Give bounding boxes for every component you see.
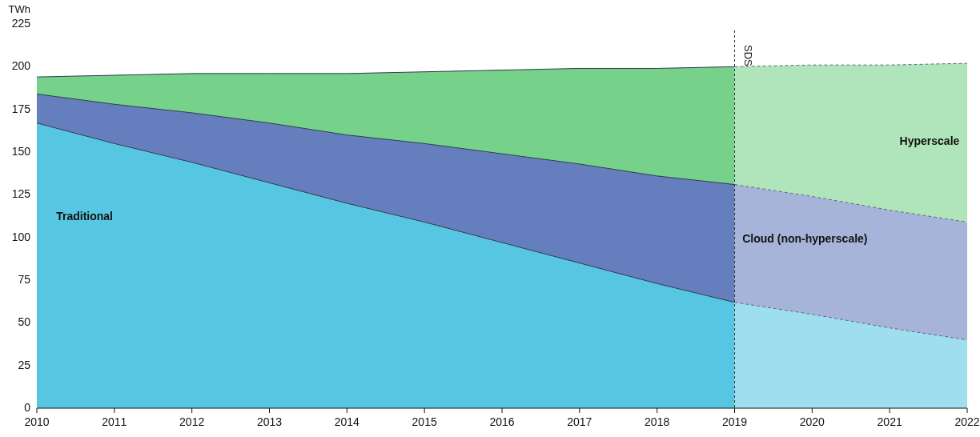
label-cloud-non-hyperscale-: Cloud (non-hyperscale): [742, 232, 867, 245]
label-traditional: Traditional: [56, 210, 113, 223]
x-tick-label: 2017: [567, 415, 592, 428]
x-tick-label: 2010: [24, 415, 49, 428]
y-axis-unit: TWh: [9, 3, 30, 15]
y-tick-label: 50: [18, 315, 30, 328]
x-tick-label: 2020: [800, 415, 825, 428]
x-tick-label: 2012: [179, 415, 204, 428]
chart-container: 0255075100125150175200225TWh201020112012…: [0, 0, 980, 437]
x-tick-label: 2021: [878, 415, 902, 428]
area-chart: 0255075100125150175200225TWh201020112012…: [0, 0, 980, 437]
x-tick-label: 2014: [335, 415, 359, 428]
y-tick-label: 175: [12, 102, 31, 115]
x-tick-label: 2022: [954, 415, 979, 428]
y-tick-label: 100: [12, 231, 31, 243]
y-tick-label: 150: [12, 145, 31, 158]
sds-label: SDS: [742, 45, 754, 66]
y-tick-label: 200: [12, 59, 31, 72]
label-hyperscale: Hyperscale: [900, 134, 960, 147]
y-tick-label: 225: [12, 17, 31, 30]
x-tick-label: 2018: [645, 415, 669, 428]
y-tick-label: 0: [24, 401, 30, 414]
y-tick-label: 125: [12, 187, 31, 200]
x-tick-label: 2011: [102, 415, 127, 428]
x-tick-label: 2015: [412, 415, 437, 428]
y-tick-label: 25: [18, 359, 30, 371]
y-tick-label: 75: [18, 273, 30, 286]
x-tick-label: 2019: [722, 415, 747, 428]
x-tick-label: 2016: [489, 415, 514, 428]
x-tick-label: 2013: [257, 415, 282, 428]
